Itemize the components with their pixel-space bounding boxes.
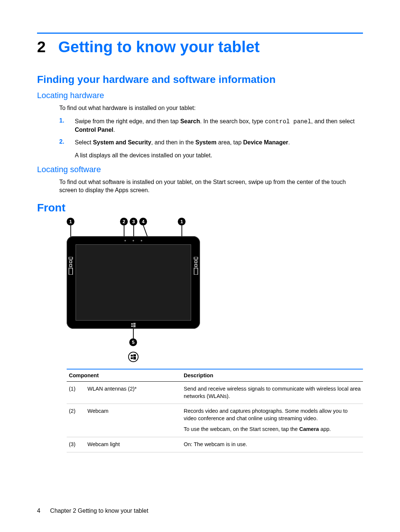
chapter-rule — [37, 33, 363, 34]
callout-1b-icon: 1 — [178, 218, 186, 225]
text: Select — [75, 139, 93, 145]
svg-rect-0 — [131, 323, 133, 325]
text-bold: Camera — [299, 426, 319, 432]
antenna-right-icon — [193, 257, 199, 275]
text-bold: System — [196, 139, 217, 145]
cell-num: (3) — [67, 437, 85, 452]
text: area, tap — [216, 139, 243, 145]
cell-desc: Send and receive wireless signals to com… — [181, 382, 363, 404]
cell-desc: Records video and captures photographs. … — [181, 404, 363, 437]
text-bold: System and Security — [93, 139, 151, 145]
svg-rect-1 — [133, 323, 136, 325]
windows-button-icon — [131, 322, 136, 327]
chapter-number: 2 — [37, 38, 46, 56]
text: Records video and captures photographs. … — [184, 408, 348, 421]
callout-4-icon: 4 — [139, 218, 147, 225]
page-footer: 4 Chapter 2 Getting to know your tablet — [37, 508, 148, 514]
paragraph: To find out what hardware is installed o… — [59, 104, 363, 112]
callout-bottom-area: 5 — [67, 329, 200, 362]
text-bold: Device Manager — [243, 139, 289, 145]
cell-desc: On: The webcam is in use. — [181, 437, 363, 452]
chapter-heading: 2 Getting to know your tablet — [37, 38, 363, 56]
list-item: 2. Select System and Security, and then … — [59, 138, 363, 147]
text: To use the webcam, on the Start screen, … — [184, 426, 299, 432]
cell-name: Webcam — [85, 404, 181, 437]
table-row: (1) WLAN antennas (2)* Send and receive … — [67, 382, 363, 404]
text-mono: control panel — [265, 118, 311, 125]
table-header-row: Component Description — [67, 369, 363, 382]
tablet-body — [67, 236, 200, 329]
table-row: (2) Webcam Records video and captures ph… — [67, 404, 363, 437]
page-number: 4 — [37, 508, 40, 514]
leader-line — [133, 329, 134, 338]
paragraph: To find out what software is installed o… — [59, 178, 363, 194]
list-body: Swipe from the right edge, and then tap … — [75, 117, 363, 134]
list-number: 1. — [59, 117, 75, 134]
svg-rect-3 — [133, 325, 136, 327]
callout-5-icon: 5 — [129, 338, 137, 346]
subsection-heading-hardware: Locating hardware — [37, 91, 363, 100]
list-number: 2. — [59, 138, 75, 147]
list-body: Select System and Security, and then in … — [75, 138, 290, 147]
text-bold: Search — [180, 118, 200, 124]
paragraph: A list displays all the devices installe… — [75, 151, 363, 160]
table-row: (3) Webcam light On: The webcam is in us… — [67, 437, 363, 452]
text-sub: To use the webcam, on the Start screen, … — [184, 426, 361, 433]
callout-3-icon: 3 — [130, 218, 137, 225]
text-bold: Control Panel — [75, 127, 113, 133]
text: , and then in the — [151, 139, 195, 145]
subsection-heading-software: Locating software — [37, 165, 363, 174]
callout-1-icon: 1 — [67, 218, 74, 225]
svg-rect-2 — [131, 325, 133, 327]
text: Swipe from the right edge, and then tap — [75, 118, 180, 124]
chapter-title: Getting to know your tablet — [58, 38, 260, 56]
table-header-description: Description — [181, 369, 363, 382]
tablet-front-diagram: 1 2 3 4 1 — [67, 218, 200, 362]
section-heading-front: Front — [37, 201, 363, 214]
cell-num: (1) — [67, 382, 85, 404]
svg-rect-6 — [131, 357, 133, 359]
footer-text: Chapter 2 Getting to know your tablet — [50, 508, 148, 514]
section-heading: Finding your hardware and software infor… — [37, 74, 363, 86]
tablet-sensors — [124, 240, 142, 241]
list-item: 1. Swipe from the right edge, and then t… — [59, 117, 363, 134]
cell-num: (2) — [67, 404, 85, 437]
callouts-row: 1 2 3 4 1 — [67, 218, 200, 226]
tablet-screen — [76, 244, 191, 321]
text: . — [288, 139, 290, 145]
callout-2-icon: 2 — [120, 218, 128, 225]
webcam-light-dot-icon — [133, 240, 134, 241]
webcam-dot-icon — [124, 240, 126, 241]
ordered-list: 1. Swipe from the right edge, and then t… — [59, 117, 363, 147]
text: , and then select — [311, 118, 354, 124]
cell-name: WLAN antennas (2)* — [85, 382, 181, 404]
svg-rect-4 — [131, 355, 133, 357]
component-table: Component Description (1) WLAN antennas … — [67, 369, 363, 452]
svg-rect-5 — [133, 354, 136, 357]
svg-rect-7 — [133, 357, 136, 359]
cell-name: Webcam light — [85, 437, 181, 452]
antenna-left-icon — [68, 257, 73, 275]
text: . In the search box, type — [200, 118, 265, 124]
sensor-dot-icon — [141, 240, 142, 241]
text: . — [113, 127, 115, 133]
text: app. — [319, 426, 331, 432]
table-header-component: Component — [67, 369, 181, 382]
windows-logo-circle-icon — [128, 352, 139, 362]
